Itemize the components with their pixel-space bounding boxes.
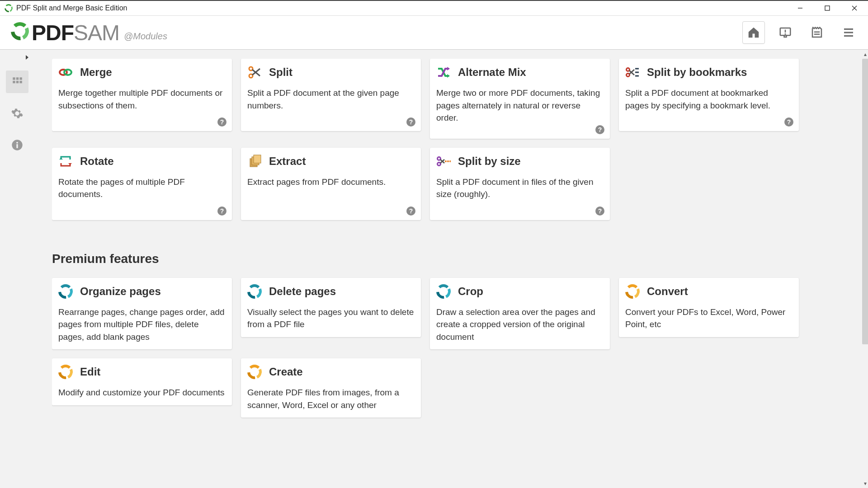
premium-card-delete[interactable]: Delete pages Visually select the pages y… — [241, 278, 421, 337]
module-card-split-bookmarks[interactable]: Split by bookmarks Split a PDF document … — [619, 59, 799, 131]
svg-point-43 — [449, 160, 451, 162]
card-title: Edit — [80, 366, 100, 378]
split-size-icon — [436, 154, 451, 169]
premium-card-crop[interactable]: Crop Draw a selection area over the page… — [430, 278, 610, 350]
module-card-merge[interactable]: Merge Merge together multiple PDF docume… — [52, 59, 232, 131]
card-title: Alternate Mix — [458, 66, 526, 79]
card-title: Organize pages — [80, 285, 161, 298]
svg-point-41 — [445, 160, 447, 162]
svg-point-38 — [438, 157, 441, 160]
premium-grid: Organize pages Rearrange pages, change p… — [52, 278, 844, 418]
svg-point-6 — [785, 33, 786, 35]
extract-icon — [247, 154, 262, 169]
svg-rect-17 — [19, 81, 22, 83]
module-card-split-size[interactable]: Split by size Split a PDF document in fi… — [430, 148, 610, 220]
close-button[interactable] — [841, 1, 868, 16]
premium-teal-icon — [436, 284, 451, 299]
scroll-down-icon[interactable]: ▾ — [864, 479, 867, 488]
scrollbar-thumb[interactable] — [862, 59, 868, 344]
help-icon[interactable]: ? — [406, 206, 415, 216]
module-card-extract[interactable]: Extract Extract pages from PDF documents… — [241, 148, 421, 220]
maximize-button[interactable] — [814, 1, 841, 16]
card-description: Rotate the pages of multiple PDF documen… — [58, 176, 226, 201]
toolbar: PDFSAM @Modules — [0, 16, 868, 50]
help-icon[interactable]: ? — [595, 125, 604, 134]
svg-point-19 — [16, 142, 18, 144]
svg-rect-1 — [825, 6, 830, 10]
card-description: Generate PDF files from images, from a s… — [247, 386, 415, 411]
card-description: Extract pages from PDF documents. — [247, 176, 415, 188]
home-button[interactable] — [742, 21, 765, 44]
svg-rect-13 — [16, 77, 18, 80]
svg-rect-12 — [13, 77, 15, 80]
help-icon[interactable]: ? — [217, 117, 226, 127]
help-icon[interactable]: ? — [217, 206, 226, 216]
sidebar — [0, 50, 34, 488]
premium-orange-icon — [247, 365, 262, 379]
premium-orange-icon — [625, 284, 640, 299]
card-description: Split a PDF document in files of the giv… — [436, 176, 604, 201]
svg-point-37 — [438, 162, 441, 165]
module-card-alternate-mix[interactable]: Alternate Mix Merge two or more PDF docu… — [430, 59, 610, 139]
svg-point-27 — [627, 74, 630, 77]
card-title: Merge — [80, 66, 112, 79]
card-title: Split by bookmarks — [647, 66, 747, 79]
rotate-icon — [58, 154, 73, 169]
app-icon — [5, 4, 13, 12]
card-title: Create — [269, 366, 303, 378]
card-description: Visually select the pages you want to de… — [247, 306, 415, 331]
notifications-button[interactable] — [774, 21, 797, 44]
card-description: Rearrange pages, change pages order, add… — [58, 306, 226, 343]
help-icon[interactable]: ? — [406, 117, 415, 127]
sidebar-settings-button[interactable] — [6, 102, 28, 125]
help-icon[interactable]: ? — [784, 117, 793, 127]
module-card-split[interactable]: Split Split a PDF document at the given … — [241, 59, 421, 131]
premium-card-organize[interactable]: Organize pages Rearrange pages, change p… — [52, 278, 232, 350]
svg-point-42 — [447, 160, 449, 162]
logs-button[interactable] — [806, 21, 828, 44]
sidebar-modules-button[interactable] — [6, 70, 28, 93]
logo-text-bold: PDF — [32, 21, 74, 45]
svg-point-28 — [627, 68, 630, 71]
svg-rect-14 — [19, 77, 22, 80]
card-description: Modify and customize your PDF documents — [58, 386, 226, 399]
app-logo: PDFSAM @Modules — [11, 20, 167, 45]
module-card-rotate[interactable]: Rotate Rotate the pages of multiple PDF … — [52, 148, 232, 220]
svg-rect-36 — [254, 155, 261, 163]
split-bookmarks-icon — [625, 65, 640, 80]
card-description: Merge two or more PDF documents, taking … — [436, 87, 604, 124]
sidebar-about-button[interactable] — [6, 134, 28, 156]
main-content: Merge Merge together multiple PDF docume… — [34, 50, 868, 488]
svg-line-26 — [252, 69, 260, 75]
premium-teal-icon — [58, 284, 73, 299]
premium-heading: Premium features — [52, 252, 844, 266]
card-description: Merge together multiple PDF documents or… — [58, 87, 226, 112]
svg-rect-16 — [16, 81, 18, 83]
window-title: PDF Split and Merge Basic Edition — [16, 4, 127, 12]
card-description: Split a PDF document at bookmarked pages… — [625, 87, 793, 112]
svg-line-25 — [252, 70, 260, 76]
card-description: Draw a selection area over the pages and… — [436, 306, 604, 343]
scroll-up-icon[interactable]: ▴ — [864, 50, 867, 59]
help-icon[interactable]: ? — [595, 206, 604, 216]
scissors-icon — [247, 65, 262, 80]
card-title: Delete pages — [269, 285, 336, 298]
vertical-scrollbar[interactable]: ▴ ▾ — [861, 50, 868, 488]
svg-rect-15 — [13, 81, 15, 83]
svg-rect-20 — [16, 144, 18, 148]
breadcrumb: @Modules — [124, 31, 167, 45]
card-title: Split by size — [458, 155, 521, 168]
premium-card-create[interactable]: Create Generate PDF files from images, f… — [241, 358, 421, 418]
menu-button[interactable] — [837, 21, 860, 44]
card-description: Convert your PDFs to Excel, Word, Power … — [625, 306, 793, 331]
premium-card-convert[interactable]: Convert Convert your PDFs to Excel, Word… — [619, 278, 799, 337]
card-title: Split — [269, 66, 292, 79]
premium-teal-icon — [247, 284, 262, 299]
premium-card-edit[interactable]: Edit Modify and customize your PDF docum… — [52, 358, 232, 405]
titlebar: PDF Split and Merge Basic Edition — [0, 1, 868, 16]
merge-icon — [58, 65, 73, 80]
minimize-button[interactable] — [787, 1, 814, 16]
card-title: Crop — [458, 285, 483, 298]
sidebar-expand-toggle[interactable] — [25, 54, 29, 61]
card-title: Convert — [647, 285, 688, 298]
